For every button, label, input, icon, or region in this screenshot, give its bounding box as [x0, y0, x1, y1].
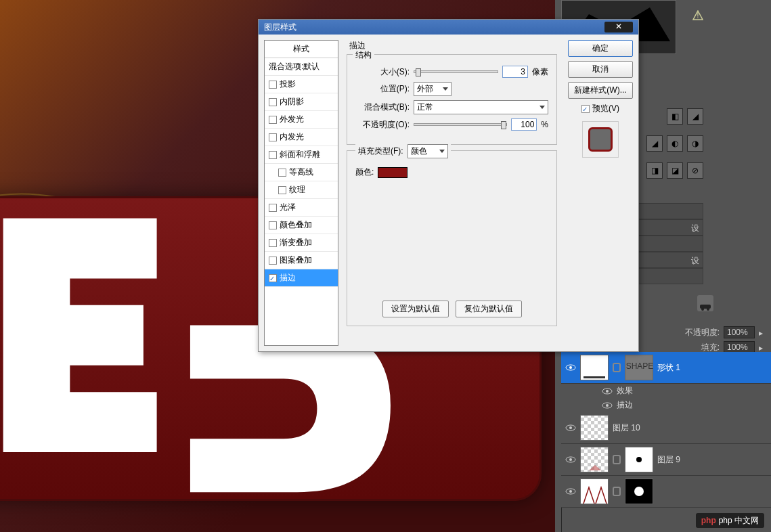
- panel-tab-icon[interactable]: [697, 295, 713, 311]
- style-item-inner_shadow[interactable]: 内阴影: [265, 93, 338, 111]
- layer-effects-group[interactable]: 效果: [561, 384, 771, 398]
- layer-row-10[interactable]: 图层 10: [561, 412, 771, 444]
- style-item-pattern_overlay[interactable]: 图案叠加: [265, 252, 338, 269]
- reset-default-button[interactable]: 复位为默认值: [456, 301, 522, 317]
- layer-name: 图层 10: [613, 422, 640, 434]
- style-checkbox[interactable]: [269, 133, 277, 141]
- layer-mask-thumb: [625, 447, 653, 472]
- preview-checkbox[interactable]: [581, 105, 590, 113]
- invert-icon[interactable]: ⊘: [687, 162, 703, 179]
- warning-icon[interactable]: !: [692, 10, 703, 23]
- style-item-satin[interactable]: 光泽: [265, 199, 338, 217]
- style-item-inner_glow[interactable]: 内发光: [265, 129, 338, 146]
- style-item-drop_shadow[interactable]: 投影: [265, 76, 338, 93]
- fill-label: 填充:: [701, 342, 720, 353]
- chevron-right-icon[interactable]: ▸: [759, 328, 767, 336]
- link-icon[interactable]: [613, 487, 621, 496]
- link-icon[interactable]: [613, 363, 621, 372]
- section-title: 描边: [347, 40, 557, 51]
- style-checkbox[interactable]: [269, 116, 277, 124]
- visibility-icon[interactable]: [602, 402, 613, 409]
- svg-text:!: !: [697, 11, 699, 20]
- svg-point-5: [569, 366, 572, 369]
- layer-style-dialog: 图层样式 ✕ 样式 混合选项:默认 投影内阴影外发光内发光斜面和浮雕等高线纹理光…: [258, 19, 639, 352]
- style-label: 纹理: [289, 184, 305, 196]
- layer-row-9[interactable]: 图层 9: [561, 444, 771, 476]
- filltype-label: 填充类型(F):: [358, 146, 403, 157]
- preview-shape: [588, 127, 613, 152]
- mixer-icon[interactable]: ◑: [687, 135, 703, 152]
- cancel-button[interactable]: 取消: [568, 61, 633, 78]
- watermark: php php 中文网: [696, 513, 764, 528]
- style-checkbox[interactable]: [269, 151, 277, 159]
- style-item-outer_glow[interactable]: 外发光: [265, 111, 338, 129]
- position-select[interactable]: 外部: [414, 82, 451, 96]
- filltype-select[interactable]: 颜色: [407, 144, 448, 158]
- curves-icon[interactable]: ◢: [687, 108, 703, 125]
- style-checkbox[interactable]: [269, 239, 277, 247]
- layer-row-next[interactable]: [561, 476, 771, 508]
- style-label: 光泽: [280, 202, 296, 213]
- style-checkbox[interactable]: [269, 204, 277, 212]
- close-button[interactable]: ✕: [604, 22, 633, 32]
- style-item-bevel[interactable]: 斜面和浮雕: [265, 146, 338, 164]
- visibility-icon[interactable]: [565, 364, 576, 371]
- style-checkbox[interactable]: [269, 221, 277, 229]
- layers-panel: SHAPE 形状 1 效果 描边 图层 10 图层 9: [561, 352, 771, 508]
- style-checkbox[interactable]: [269, 81, 277, 89]
- dialog-buttons: 确定 取消 新建样式(W)... 预览(V): [563, 35, 638, 351]
- levels-icon[interactable]: ◧: [667, 108, 683, 125]
- adjustment-row-3: ◨ ◪ ⊘: [646, 162, 703, 179]
- style-label: 内发光: [280, 131, 304, 143]
- svg-point-12: [569, 426, 572, 429]
- chevron-right-icon[interactable]: ▸: [759, 343, 767, 351]
- visibility-icon[interactable]: [565, 424, 576, 431]
- visibility-icon[interactable]: [565, 488, 576, 495]
- visibility-icon[interactable]: [565, 456, 576, 463]
- size-slider[interactable]: [414, 70, 498, 73]
- style-item-gradient_overlay[interactable]: 渐变叠加: [265, 234, 338, 252]
- bw-icon[interactable]: ◪: [667, 162, 683, 179]
- set-default-button[interactable]: 设置为默认值: [382, 301, 449, 317]
- dialog-titlebar[interactable]: 图层样式 ✕: [259, 20, 638, 35]
- blendmode-label: 混合模式(B):: [355, 102, 410, 113]
- style-label: 渐变叠加: [280, 237, 312, 248]
- opacity-input[interactable]: [511, 118, 537, 131]
- blend-options-row[interactable]: 混合选项:默认: [265, 58, 338, 76]
- layer-effect-stroke[interactable]: 描边: [561, 398, 771, 412]
- adjustment-row-1: ◧ ◢: [667, 108, 703, 125]
- style-checkbox[interactable]: [269, 257, 277, 265]
- blendmode-select[interactable]: 正常: [414, 100, 548, 114]
- position-label: 位置(P):: [355, 83, 410, 95]
- style-checkbox[interactable]: [278, 169, 286, 177]
- layer-mask-thumb: SHAPE: [625, 355, 653, 380]
- style-label: 外发光: [280, 114, 304, 125]
- style-item-color_overlay[interactable]: 颜色叠加: [265, 217, 338, 234]
- svg-text:SHAPE: SHAPE: [626, 361, 654, 371]
- new-style-button[interactable]: 新建样式(W)...: [568, 82, 633, 99]
- opacity-slider[interactable]: [414, 123, 507, 126]
- style-item-contour[interactable]: 等高线: [265, 164, 338, 181]
- layer-row-shape1[interactable]: SHAPE 形状 1: [561, 352, 771, 384]
- style-checkbox[interactable]: [269, 98, 277, 106]
- style-settings: 描边 结构 大小(S): 像素 位置(P): 外部 混合模式(B): 正常: [341, 35, 563, 351]
- adjustment-row-2: ◢ ◐ ◑: [646, 135, 703, 152]
- size-input[interactable]: [502, 66, 528, 78]
- opacity-value[interactable]: 100%: [724, 326, 755, 338]
- balance-icon[interactable]: ◐: [667, 135, 683, 152]
- style-checkbox[interactable]: [269, 274, 277, 282]
- style-checkbox[interactable]: [278, 186, 286, 194]
- svg-point-14: [569, 458, 572, 461]
- visibility-icon[interactable]: [602, 388, 613, 395]
- style-item-texture[interactable]: 纹理: [265, 181, 338, 199]
- chevron-down-icon: [539, 106, 545, 109]
- style-item-stroke[interactable]: 描边: [265, 269, 338, 287]
- color-swatch[interactable]: [378, 167, 407, 178]
- hue-icon[interactable]: ◢: [646, 135, 663, 152]
- ok-button[interactable]: 确定: [568, 40, 633, 57]
- chevron-down-icon: [443, 87, 448, 91]
- gradient-icon[interactable]: ◨: [646, 162, 663, 179]
- link-icon[interactable]: [613, 455, 621, 464]
- svg-rect-1: [700, 305, 711, 309]
- styles-header[interactable]: 样式: [265, 41, 338, 58]
